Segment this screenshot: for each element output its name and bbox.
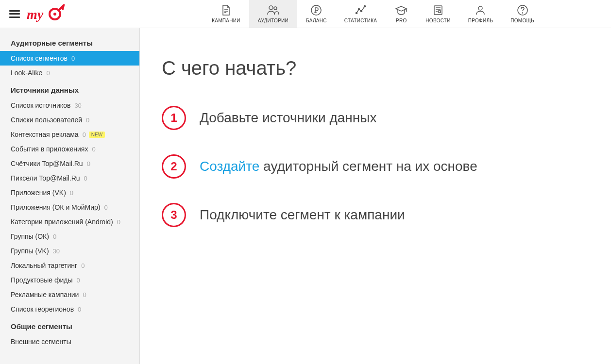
sidebar-item-label: Список сегментов bbox=[11, 54, 68, 62]
sidebar-header-shared: Общие сегменты bbox=[0, 316, 139, 334]
sidebar-item-app-categories[interactable]: Категории приложений (Android) 0 bbox=[0, 215, 139, 229]
sidebar-item-label: Группы (VK) bbox=[11, 247, 49, 255]
new-badge: NEW bbox=[89, 132, 105, 138]
nav-help[interactable]: ПОМОЩЬ bbox=[502, 0, 543, 28]
sidebar-item-georegions[interactable]: Список георегионов 0 bbox=[0, 302, 139, 316]
sidebar-item-label: Категории приложений (Android) bbox=[11, 218, 113, 226]
sidebar-item-count: 0 bbox=[104, 204, 107, 211]
sidebar-item-count: 0 bbox=[83, 131, 86, 138]
sidebar-item-apps-vk[interactable]: Приложения (VK) 0 bbox=[0, 185, 139, 200]
step-1: 1 Добавьте источники данных bbox=[162, 106, 611, 130]
sidebar-item-label: События в приложениях bbox=[11, 145, 88, 153]
svg-point-10 bbox=[358, 9, 359, 10]
page-title: С чего начать? bbox=[162, 57, 611, 79]
step-text: Подключите сегмент к кампании bbox=[200, 207, 405, 223]
sidebar-item-count: 0 bbox=[70, 189, 73, 197]
ruble-icon bbox=[309, 4, 323, 16]
sidebar-item-label: Приложения (ОК и МойМир) bbox=[11, 203, 100, 211]
svg-point-2 bbox=[53, 13, 56, 16]
nav-label: АУДИТОРИИ bbox=[258, 18, 289, 23]
sidebar-item-label: Контекстная реклама bbox=[11, 131, 79, 138]
sidebar-item-label: Локальный таргетинг bbox=[11, 262, 77, 269]
sidebar-item-ad-campaigns[interactable]: Рекламные кампании 0 bbox=[0, 287, 139, 302]
sidebar-item-label: Список источников bbox=[11, 101, 70, 109]
step-2: 2 Создайте аудиторный сегмент на их осно… bbox=[162, 154, 611, 179]
step-text: Добавьте источники данных bbox=[200, 110, 376, 126]
hamburger-icon bbox=[9, 10, 20, 18]
sidebar-item-pixels[interactable]: Пиксели Top@Mail.Ru 0 bbox=[0, 171, 139, 185]
sidebar-item-external-segments[interactable]: Внешние сегменты bbox=[0, 334, 139, 349]
sidebar-item-label: Внешние сегменты bbox=[11, 338, 71, 346]
create-segment-link[interactable]: Создайте bbox=[200, 159, 259, 174]
nav-audiences[interactable]: АУДИТОРИИ bbox=[249, 0, 297, 28]
sidebar-item-label: Пиксели Top@Mail.Ru bbox=[11, 174, 80, 182]
sidebar-item-count: 0 bbox=[87, 160, 90, 167]
sidebar-item-count: 0 bbox=[86, 116, 89, 124]
svg-point-9 bbox=[356, 13, 357, 14]
sidebar: Аудиторные сегменты Список сегментов 0 L… bbox=[0, 28, 140, 364]
sidebar-item-count: 0 bbox=[53, 233, 56, 240]
nav-campaigns[interactable]: КАМПАНИИ bbox=[203, 0, 249, 28]
nav-news[interactable]: НОВОСТИ bbox=[417, 0, 459, 28]
step-text-rest: аудиторный сегмент на их основе bbox=[259, 159, 477, 174]
sidebar-item-product-feeds[interactable]: Продуктовые фиды 0 bbox=[0, 273, 139, 287]
sidebar-item-app-events[interactable]: События в приложениях 0 bbox=[0, 142, 139, 156]
sidebar-item-count: 0 bbox=[84, 175, 87, 182]
sidebar-item-count: 0 bbox=[81, 262, 85, 269]
nav-label: PRO bbox=[396, 18, 407, 23]
sidebar-item-label: Группы (ОК) bbox=[11, 232, 49, 240]
step-number: 3 bbox=[162, 203, 186, 227]
sidebar-item-segments-list[interactable]: Список сегментов 0 bbox=[0, 51, 139, 66]
main-content: С чего начать? 1 Добавьте источники данн… bbox=[140, 28, 611, 364]
sidebar-item-user-lists[interactable]: Списки пользователей 0 bbox=[0, 113, 139, 127]
nav-label: СТАТИСТИКА bbox=[344, 18, 377, 23]
sidebar-item-label: Счётчики Top@Mail.Ru bbox=[11, 160, 83, 167]
profile-icon bbox=[474, 4, 487, 16]
svg-point-12 bbox=[364, 6, 365, 7]
nav-balance[interactable]: БАЛАНС bbox=[297, 0, 336, 28]
svg-point-8 bbox=[311, 5, 321, 15]
people-icon bbox=[266, 4, 280, 16]
header: my КАМПАНИИ bbox=[0, 0, 611, 28]
sidebar-header-segments: Аудиторные сегменты bbox=[0, 33, 139, 51]
step-text: Создайте аудиторный сегмент на их основе bbox=[200, 159, 477, 174]
nav-label: БАЛАНС bbox=[306, 18, 327, 23]
svg-point-7 bbox=[274, 7, 277, 10]
sidebar-item-local-targeting[interactable]: Локальный таргетинг 0 bbox=[0, 258, 139, 273]
graduation-icon bbox=[394, 4, 408, 16]
sidebar-item-count: 0 bbox=[46, 69, 50, 77]
nav-profile[interactable]: ПРОФИЛЬ bbox=[459, 0, 502, 28]
nav-label: ПРОФИЛЬ bbox=[468, 18, 493, 23]
sidebar-item-count: 30 bbox=[74, 102, 81, 109]
sidebar-item-count: 0 bbox=[78, 306, 81, 313]
sidebar-item-counters[interactable]: Счётчики Top@Mail.Ru 0 bbox=[0, 156, 139, 171]
menu-button[interactable] bbox=[5, 10, 24, 18]
logo[interactable]: my bbox=[27, 4, 66, 24]
sidebar-item-count: 0 bbox=[117, 218, 120, 226]
step-number: 1 bbox=[162, 106, 186, 130]
sidebar-item-groups-ok[interactable]: Группы (ОК) 0 bbox=[0, 229, 139, 244]
document-icon bbox=[219, 4, 233, 16]
svg-point-21 bbox=[522, 13, 523, 13]
nav-pro[interactable]: PRO bbox=[386, 0, 417, 28]
sidebar-item-label: Списки пользователей bbox=[11, 116, 82, 124]
sidebar-item-label: Look-Alike bbox=[11, 69, 42, 77]
sidebar-item-context-ads[interactable]: Контекстная реклама 0 NEW bbox=[0, 127, 139, 142]
sidebar-item-lookalike[interactable]: Look-Alike 0 bbox=[0, 66, 139, 80]
sidebar-item-label: Список георегионов bbox=[11, 305, 74, 313]
sidebar-item-apps-ok[interactable]: Приложения (ОК и МойМир) 0 bbox=[0, 200, 139, 215]
nav-label: ПОМОЩЬ bbox=[510, 18, 534, 23]
sidebar-item-count: 0 bbox=[71, 55, 75, 62]
sidebar-item-count: 0 bbox=[77, 277, 80, 284]
svg-point-6 bbox=[269, 6, 273, 10]
step-3: 3 Подключите сегмент к кампании bbox=[162, 203, 611, 227]
newspaper-icon bbox=[431, 4, 445, 16]
sidebar-item-sources-list[interactable]: Список источников 30 bbox=[0, 98, 139, 113]
nav-label: КАМПАНИИ bbox=[212, 18, 240, 23]
svg-point-11 bbox=[360, 11, 362, 12]
svg-rect-14 bbox=[434, 6, 442, 15]
nav-statistics[interactable]: СТАТИСТИКА bbox=[336, 0, 386, 28]
help-icon bbox=[516, 4, 529, 16]
sidebar-item-label: Приложения (VK) bbox=[11, 189, 66, 197]
sidebar-item-groups-vk[interactable]: Группы (VK) 30 bbox=[0, 244, 139, 258]
